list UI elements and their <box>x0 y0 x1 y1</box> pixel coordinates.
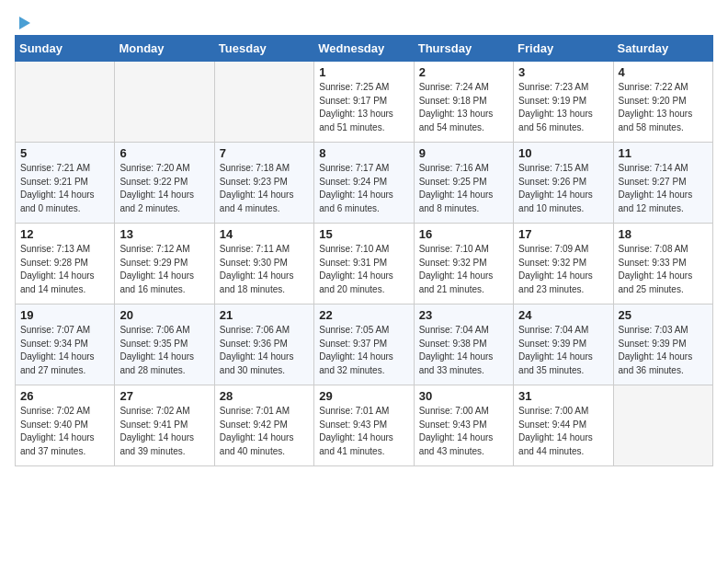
cell-info: Sunrise: 7:11 AM Sunset: 9:30 PM Dayligh… <box>220 243 309 296</box>
day-number: 22 <box>319 308 408 322</box>
calendar-week-row: 19Sunrise: 7:07 AM Sunset: 9:34 PM Dayli… <box>16 304 713 385</box>
day-number: 19 <box>20 308 109 322</box>
day-number: 29 <box>319 389 408 403</box>
calendar-cell: 1Sunrise: 7:25 AM Sunset: 9:17 PM Daylig… <box>314 62 414 143</box>
calendar-cell <box>613 385 712 466</box>
page-header <box>15 15 713 28</box>
cell-info: Sunrise: 7:00 AM Sunset: 9:43 PM Dayligh… <box>419 405 508 458</box>
day-number: 23 <box>419 308 508 322</box>
day-number: 2 <box>419 65 508 79</box>
calendar-cell: 28Sunrise: 7:01 AM Sunset: 9:42 PM Dayli… <box>214 385 313 466</box>
calendar-cell: 23Sunrise: 7:04 AM Sunset: 9:38 PM Dayli… <box>414 304 513 385</box>
calendar-cell: 16Sunrise: 7:10 AM Sunset: 9:32 PM Dayli… <box>414 224 513 304</box>
calendar-cell: 9Sunrise: 7:16 AM Sunset: 9:25 PM Daylig… <box>414 143 513 224</box>
day-number: 30 <box>419 389 508 403</box>
calendar-cell: 15Sunrise: 7:10 AM Sunset: 9:31 PM Dayli… <box>314 224 414 304</box>
day-number: 10 <box>518 146 608 160</box>
cell-info: Sunrise: 7:14 AM Sunset: 9:27 PM Dayligh… <box>619 162 708 215</box>
calendar-cell: 11Sunrise: 7:14 AM Sunset: 9:27 PM Dayli… <box>613 143 712 224</box>
day-number: 9 <box>419 146 508 160</box>
calendar-cell: 13Sunrise: 7:12 AM Sunset: 9:29 PM Dayli… <box>115 224 214 304</box>
cell-info: Sunrise: 7:04 AM Sunset: 9:39 PM Dayligh… <box>518 324 608 377</box>
cell-info: Sunrise: 7:01 AM Sunset: 9:42 PM Dayligh… <box>220 405 309 458</box>
cell-info: Sunrise: 7:13 AM Sunset: 9:28 PM Dayligh… <box>20 243 109 296</box>
calendar-cell: 24Sunrise: 7:04 AM Sunset: 9:39 PM Dayli… <box>514 304 613 385</box>
logo-triangle-icon <box>16 15 32 31</box>
day-number: 24 <box>518 308 608 322</box>
logo <box>15 15 32 28</box>
day-number: 31 <box>518 389 608 403</box>
calendar-cell: 14Sunrise: 7:11 AM Sunset: 9:30 PM Dayli… <box>214 224 313 304</box>
calendar-week-row: 26Sunrise: 7:02 AM Sunset: 9:40 PM Dayli… <box>16 385 713 466</box>
cell-info: Sunrise: 7:02 AM Sunset: 9:40 PM Dayligh… <box>20 405 109 458</box>
day-header-friday: Friday <box>514 36 613 62</box>
calendar-cell: 25Sunrise: 7:03 AM Sunset: 9:39 PM Dayli… <box>613 304 712 385</box>
day-header-tuesday: Tuesday <box>214 36 313 62</box>
day-header-sunday: Sunday <box>16 36 115 62</box>
cell-info: Sunrise: 7:07 AM Sunset: 9:34 PM Dayligh… <box>20 324 109 377</box>
day-number: 14 <box>220 227 309 241</box>
cell-info: Sunrise: 7:23 AM Sunset: 9:19 PM Dayligh… <box>518 81 608 134</box>
cell-info: Sunrise: 7:12 AM Sunset: 9:29 PM Dayligh… <box>119 243 209 296</box>
day-number: 27 <box>119 389 209 403</box>
cell-info: Sunrise: 7:25 AM Sunset: 9:17 PM Dayligh… <box>319 81 408 134</box>
cell-info: Sunrise: 7:22 AM Sunset: 9:20 PM Dayligh… <box>619 81 708 134</box>
day-number: 11 <box>619 146 708 160</box>
calendar-cell: 3Sunrise: 7:23 AM Sunset: 9:19 PM Daylig… <box>514 62 613 143</box>
calendar-week-row: 12Sunrise: 7:13 AM Sunset: 9:28 PM Dayli… <box>16 224 713 304</box>
calendar-cell: 22Sunrise: 7:05 AM Sunset: 9:37 PM Dayli… <box>314 304 414 385</box>
calendar-cell: 12Sunrise: 7:13 AM Sunset: 9:28 PM Dayli… <box>16 224 115 304</box>
day-number: 12 <box>20 227 109 241</box>
day-header-wednesday: Wednesday <box>314 36 414 62</box>
calendar-cell: 10Sunrise: 7:15 AM Sunset: 9:26 PM Dayli… <box>514 143 613 224</box>
calendar-cell <box>214 62 313 143</box>
calendar-cell <box>115 62 214 143</box>
calendar-cell: 20Sunrise: 7:06 AM Sunset: 9:35 PM Dayli… <box>115 304 214 385</box>
day-number: 8 <box>319 146 408 160</box>
calendar-cell: 4Sunrise: 7:22 AM Sunset: 9:20 PM Daylig… <box>613 62 712 143</box>
cell-info: Sunrise: 7:06 AM Sunset: 9:36 PM Dayligh… <box>220 324 309 377</box>
day-header-monday: Monday <box>115 36 214 62</box>
calendar-week-row: 1Sunrise: 7:25 AM Sunset: 9:17 PM Daylig… <box>16 62 713 143</box>
calendar-cell: 21Sunrise: 7:06 AM Sunset: 9:36 PM Dayli… <box>214 304 313 385</box>
calendar-cell: 2Sunrise: 7:24 AM Sunset: 9:18 PM Daylig… <box>414 62 513 143</box>
cell-info: Sunrise: 7:10 AM Sunset: 9:31 PM Dayligh… <box>319 243 408 296</box>
day-number: 17 <box>518 227 608 241</box>
cell-info: Sunrise: 7:05 AM Sunset: 9:37 PM Dayligh… <box>319 324 408 377</box>
day-number: 15 <box>319 227 408 241</box>
day-number: 3 <box>518 65 608 79</box>
cell-info: Sunrise: 7:00 AM Sunset: 9:44 PM Dayligh… <box>518 405 608 458</box>
cell-info: Sunrise: 7:15 AM Sunset: 9:26 PM Dayligh… <box>518 162 608 215</box>
day-number: 16 <box>419 227 508 241</box>
calendar-cell: 26Sunrise: 7:02 AM Sunset: 9:40 PM Dayli… <box>16 385 115 466</box>
cell-info: Sunrise: 7:06 AM Sunset: 9:35 PM Dayligh… <box>119 324 209 377</box>
calendar-table: SundayMondayTuesdayWednesdayThursdayFrid… <box>15 35 713 466</box>
day-number: 20 <box>119 308 209 322</box>
calendar-week-row: 5Sunrise: 7:21 AM Sunset: 9:21 PM Daylig… <box>16 143 713 224</box>
calendar-cell: 29Sunrise: 7:01 AM Sunset: 9:43 PM Dayli… <box>314 385 414 466</box>
cell-info: Sunrise: 7:24 AM Sunset: 9:18 PM Dayligh… <box>419 81 508 134</box>
calendar-header-row: SundayMondayTuesdayWednesdayThursdayFrid… <box>16 36 713 62</box>
calendar-cell: 5Sunrise: 7:21 AM Sunset: 9:21 PM Daylig… <box>16 143 115 224</box>
cell-info: Sunrise: 7:08 AM Sunset: 9:33 PM Dayligh… <box>619 243 708 296</box>
calendar-cell: 8Sunrise: 7:17 AM Sunset: 9:24 PM Daylig… <box>314 143 414 224</box>
day-number: 4 <box>619 65 708 79</box>
day-number: 21 <box>220 308 309 322</box>
day-number: 5 <box>20 146 109 160</box>
calendar-cell: 18Sunrise: 7:08 AM Sunset: 9:33 PM Dayli… <box>613 224 712 304</box>
calendar-cell: 31Sunrise: 7:00 AM Sunset: 9:44 PM Dayli… <box>514 385 613 466</box>
cell-info: Sunrise: 7:03 AM Sunset: 9:39 PM Dayligh… <box>619 324 708 377</box>
calendar-cell: 7Sunrise: 7:18 AM Sunset: 9:23 PM Daylig… <box>214 143 313 224</box>
day-number: 28 <box>220 389 309 403</box>
day-number: 18 <box>619 227 708 241</box>
svg-marker-0 <box>19 17 30 29</box>
cell-info: Sunrise: 7:04 AM Sunset: 9:38 PM Dayligh… <box>419 324 508 377</box>
day-number: 13 <box>119 227 209 241</box>
cell-info: Sunrise: 7:20 AM Sunset: 9:22 PM Dayligh… <box>119 162 209 215</box>
calendar-cell: 27Sunrise: 7:02 AM Sunset: 9:41 PM Dayli… <box>115 385 214 466</box>
calendar-cell: 19Sunrise: 7:07 AM Sunset: 9:34 PM Dayli… <box>16 304 115 385</box>
cell-info: Sunrise: 7:10 AM Sunset: 9:32 PM Dayligh… <box>419 243 508 296</box>
day-number: 26 <box>20 389 109 403</box>
calendar-cell: 6Sunrise: 7:20 AM Sunset: 9:22 PM Daylig… <box>115 143 214 224</box>
day-number: 25 <box>619 308 708 322</box>
